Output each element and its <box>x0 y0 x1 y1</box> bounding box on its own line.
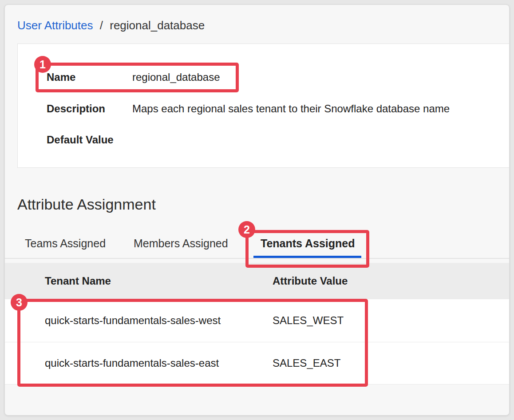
active-tab-underline <box>253 256 361 258</box>
breadcrumb: User Attributes / regional_database <box>17 18 205 32</box>
cell-attribute-value: SALES_EAST <box>273 357 340 370</box>
tab-tenants-assigned[interactable]: Tenants Assigned <box>261 237 355 250</box>
detail-label-description: Description <box>47 102 105 115</box>
detail-label-default-value: Default Value <box>47 133 114 147</box>
detail-row-name: Name regional_database <box>18 71 509 84</box>
cell-tenant-name: quick-starts-fundamentals-sales-west <box>45 314 221 327</box>
column-header-attribute-value: Attribute Value <box>273 274 348 288</box>
detail-row-description: Description Maps each regional sales ten… <box>18 102 509 115</box>
tab-members-assigned[interactable]: Members Assigned <box>134 237 228 250</box>
cell-attribute-value: SALES_WEST <box>273 314 344 327</box>
main-panel: User Attributes / regional_database Name… <box>4 4 510 416</box>
detail-value-name: regional_database <box>132 71 500 84</box>
tab-bar-divider <box>5 258 509 259</box>
cell-tenant-name: quick-starts-fundamentals-sales-east <box>45 357 219 370</box>
detail-label-name: Name <box>47 71 75 84</box>
section-title-attribute-assignment: Attribute Assignment <box>17 195 156 213</box>
column-header-tenant-name: Tenant Name <box>45 274 111 288</box>
breadcrumb-separator: / <box>100 19 103 32</box>
attribute-detail-card: Name regional_database Description Maps … <box>17 44 509 168</box>
table-row: quick-starts-fundamentals-sales-west SAL… <box>5 299 509 342</box>
annotation-badge-2: 2 <box>238 221 255 238</box>
table-row: quick-starts-fundamentals-sales-east SAL… <box>5 342 509 384</box>
tab-teams-assigned[interactable]: Teams Assigned <box>25 237 106 250</box>
tenants-table-header: Tenant Name Attribute Value <box>5 263 509 299</box>
breadcrumb-link-user-attributes[interactable]: User Attributes <box>17 19 93 32</box>
breadcrumb-current: regional_database <box>110 19 205 32</box>
detail-row-default-value: Default Value <box>18 133 509 147</box>
detail-value-description: Maps each regional sales tenant to their… <box>132 102 500 115</box>
